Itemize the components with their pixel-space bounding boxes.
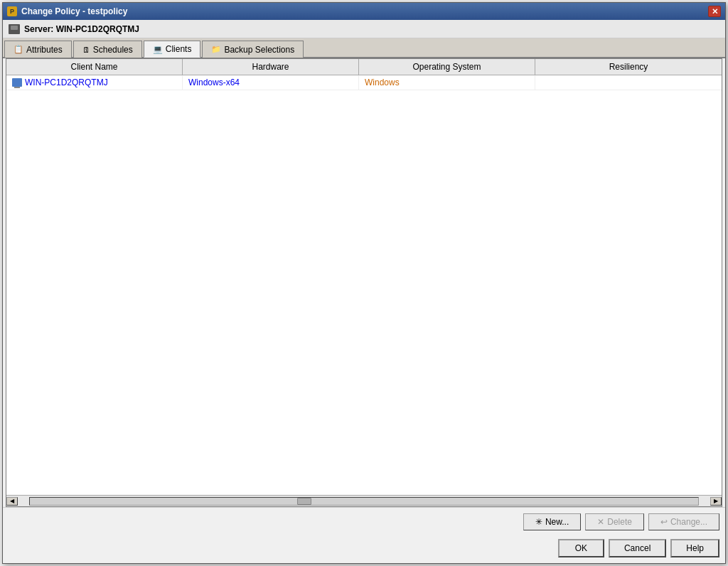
delete-button-icon: ✕ [597,517,604,527]
title-bar-left: P Change Policy - testpolicy [7,6,127,16]
help-button[interactable]: Help [670,539,719,557]
tab-clients-label: Clients [166,44,192,54]
cell-client-name: WIN-PC1D2QRQTMJ [6,75,183,90]
change-button[interactable]: ↩ Change... [648,513,719,530]
col-header-client-name: Client Name [6,59,183,75]
new-button-icon: ✳ [535,517,542,527]
main-content: Client Name Hardware Operating System Re… [6,58,722,507]
action-buttons-bar: ✳ New... ✕ Delete ↩ Change... [3,507,725,536]
server-label: Server: WIN-PC1D2QRQTMJ [24,24,139,34]
schedules-tab-icon: 🗓 [82,46,90,54]
client-computer-icon [12,78,22,87]
tab-backup-selections-label: Backup Selections [224,45,294,55]
new-button-label: New... [545,517,569,527]
tab-backup-selections[interactable]: 📁 Backup Selections [202,41,304,58]
close-button[interactable]: ✕ [708,6,721,17]
new-button[interactable]: ✳ New... [523,513,581,530]
tab-clients[interactable]: 💻 Clients [144,41,201,58]
server-icon [9,24,20,34]
tab-schedules[interactable]: 🗓 Schedules [73,41,142,58]
col-header-hardware: Hardware [183,59,359,75]
cell-resiliency [535,75,722,90]
col-header-resiliency: Resiliency [535,59,722,75]
table-body: WIN-PC1D2QRQTMJ Windows-x64 Windows [6,75,722,495]
change-button-label: Change... [670,517,707,527]
clients-tab-icon: 💻 [153,45,163,54]
ok-button[interactable]: OK [558,539,604,557]
attributes-tab-icon: 📋 [14,45,23,54]
main-window: P Change Policy - testpolicy ✕ Server: W… [2,2,726,564]
title-bar: P Change Policy - testpolicy ✕ [3,3,725,20]
delete-button[interactable]: ✕ Delete [585,513,644,530]
cell-hardware: Windows-x64 [183,75,359,90]
col-header-os: Operating System [359,59,535,75]
tab-attributes-label: Attributes [26,45,63,55]
delete-button-label: Delete [607,517,632,527]
horizontal-scrollbar[interactable]: ◀ ▶ [6,495,722,506]
server-bar: Server: WIN-PC1D2QRQTMJ [3,20,725,38]
tabs-bar: 📋 Attributes 🗓 Schedules 💻 Clients 📁 Bac… [3,38,725,58]
hardware-value: Windows-x64 [188,78,240,87]
os-value: Windows [365,78,400,87]
dialog-buttons-bar: OK Cancel Help [3,536,725,563]
backup-selections-tab-icon: 📁 [211,45,221,54]
table-header: Client Name Hardware Operating System Re… [6,59,722,75]
cancel-button[interactable]: Cancel [609,539,666,557]
scrollbar-track[interactable] [29,497,699,506]
cell-os: Windows [359,75,535,90]
window-title: Change Policy - testpolicy [21,6,127,16]
scrollbar-thumb[interactable] [297,498,311,505]
app-icon: P [7,6,17,16]
tab-attributes[interactable]: 📋 Attributes [4,41,72,58]
client-name-value: WIN-PC1D2QRQTMJ [25,78,108,87]
tab-schedules-label: Schedules [93,45,133,55]
table-row[interactable]: WIN-PC1D2QRQTMJ Windows-x64 Windows [6,75,722,90]
scroll-left-button[interactable]: ◀ [6,497,18,506]
scroll-right-button[interactable]: ▶ [710,497,722,506]
change-button-icon: ↩ [660,517,668,527]
